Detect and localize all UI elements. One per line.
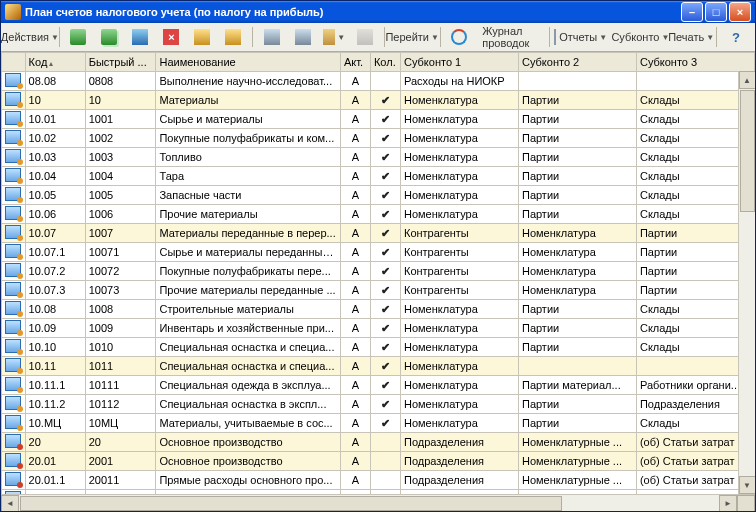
cell-s3[interactable]: (об) Статьи затрат bbox=[636, 471, 754, 490]
cell-bystry[interactable]: 1007 bbox=[85, 224, 156, 243]
scroll-down-button[interactable]: ▼ bbox=[739, 476, 756, 494]
cell-bystry[interactable]: 10 bbox=[85, 91, 156, 110]
cell-naim[interactable]: Основное производство bbox=[156, 452, 340, 471]
table-row[interactable]: 10.111011Специальная оснастка и специа..… bbox=[2, 357, 755, 376]
accounts-grid[interactable]: Код▴ Быстрый ... Наименование Акт. Кол. … bbox=[1, 52, 755, 494]
cell-s1[interactable]: Номенклатура bbox=[400, 186, 518, 205]
cell-naim[interactable]: Специальная оснастка в экспл... bbox=[156, 395, 340, 414]
table-row[interactable]: 10.051005Запасные частиА✔НоменклатураПар… bbox=[2, 186, 755, 205]
cell-s2[interactable]: Номенклатура bbox=[518, 243, 636, 262]
scroll-thumb[interactable] bbox=[20, 496, 562, 511]
cell-naim[interactable]: Специальная оснастка и специа... bbox=[156, 338, 340, 357]
cell-akt[interactable]: А bbox=[340, 452, 370, 471]
cell-s1[interactable]: Подразделения bbox=[400, 452, 518, 471]
filter-button[interactable] bbox=[257, 25, 287, 49]
cell-bystry[interactable]: 1003 bbox=[85, 148, 156, 167]
cell-s2[interactable]: Партии bbox=[518, 414, 636, 433]
cell-kod[interactable]: 20.01 bbox=[25, 452, 85, 471]
cell-s2[interactable]: Партии bbox=[518, 167, 636, 186]
cell-kod[interactable]: 10.08 bbox=[25, 300, 85, 319]
table-row[interactable]: 10.07.110071Сырье и материалы переданные… bbox=[2, 243, 755, 262]
reports-menu[interactable]: Отчеты▼ bbox=[554, 25, 608, 49]
scroll-thumb[interactable] bbox=[740, 90, 755, 212]
cell-s1[interactable]: Контрагенты bbox=[400, 281, 518, 300]
table-row[interactable]: 10.07.210072Покупные полуфабрикаты пере.… bbox=[2, 262, 755, 281]
cell-s2[interactable]: Партии bbox=[518, 205, 636, 224]
cell-s3[interactable]: Подразделения bbox=[636, 395, 754, 414]
cell-kol[interactable] bbox=[370, 452, 400, 471]
cell-naim[interactable]: Тара bbox=[156, 167, 340, 186]
cell-bystry[interactable]: 0808 bbox=[85, 72, 156, 91]
cell-s1[interactable]: Номенклатура bbox=[400, 167, 518, 186]
cell-bystry[interactable]: 1001 bbox=[85, 110, 156, 129]
cell-s3[interactable]: (об) Статьи затрат bbox=[636, 433, 754, 452]
cell-bystry[interactable]: 1010 bbox=[85, 338, 156, 357]
cell-bystry[interactable]: 10МЦ bbox=[85, 414, 156, 433]
cell-bystry[interactable]: 20011 bbox=[85, 471, 156, 490]
cell-s3[interactable] bbox=[636, 357, 754, 376]
cell-kod[interactable]: 10.11 bbox=[25, 357, 85, 376]
header-row[interactable]: Код▴ Быстрый ... Наименование Акт. Кол. … bbox=[2, 53, 755, 72]
cell-s2[interactable]: Партии bbox=[518, 110, 636, 129]
cell-akt[interactable]: А bbox=[340, 414, 370, 433]
cell-s3[interactable]: (об) Статьи затрат bbox=[636, 452, 754, 471]
table-row[interactable]: 10.091009Инвентарь и хозяйственные при..… bbox=[2, 319, 755, 338]
cell-kod[interactable]: 10.07.2 bbox=[25, 262, 85, 281]
actions-menu[interactable]: Действия▼ bbox=[5, 25, 55, 49]
col-s2[interactable]: Субконто 2 bbox=[518, 53, 636, 72]
cell-akt[interactable]: А bbox=[340, 433, 370, 452]
cell-bystry[interactable]: 1005 bbox=[85, 186, 156, 205]
cell-s3[interactable]: Склады bbox=[636, 167, 754, 186]
journal-button[interactable]: Журнал проводок bbox=[475, 25, 545, 49]
cell-kod[interactable]: 10 bbox=[25, 91, 85, 110]
cell-kod[interactable]: 10.09 bbox=[25, 319, 85, 338]
cell-kod[interactable]: 10.02 bbox=[25, 129, 85, 148]
table-row[interactable]: 20.012001Основное производствоАПодраздел… bbox=[2, 452, 755, 471]
cell-s2[interactable]: Партии bbox=[518, 395, 636, 414]
vertical-scrollbar[interactable]: ▲ ▼ bbox=[738, 71, 755, 494]
subkonto-menu[interactable]: Субконто▼ bbox=[609, 25, 669, 49]
cell-s1[interactable]: Номенклатура bbox=[400, 148, 518, 167]
cell-kod[interactable]: 10.07 bbox=[25, 224, 85, 243]
cell-bystry[interactable]: 10072 bbox=[85, 262, 156, 281]
cell-kol[interactable]: ✔ bbox=[370, 300, 400, 319]
table-row[interactable]: 1010МатериалыА✔НоменклатураПартииСклады bbox=[2, 91, 755, 110]
cell-s1[interactable]: Номенклатура bbox=[400, 414, 518, 433]
cell-s2[interactable]: Номенклатурные ... bbox=[518, 433, 636, 452]
hierarchy-button[interactable] bbox=[187, 25, 217, 49]
cell-kod[interactable]: 10.05 bbox=[25, 186, 85, 205]
cell-s3[interactable]: Склады bbox=[636, 148, 754, 167]
cell-s1[interactable]: Номенклатура bbox=[400, 338, 518, 357]
cell-kol[interactable]: ✔ bbox=[370, 148, 400, 167]
cell-kod[interactable]: 20 bbox=[25, 433, 85, 452]
cell-naim[interactable]: Покупные полуфабрикаты пере... bbox=[156, 262, 340, 281]
cell-s3[interactable]: Склады bbox=[636, 91, 754, 110]
cell-akt[interactable]: А bbox=[340, 72, 370, 91]
scroll-left-button[interactable]: ◄ bbox=[1, 495, 19, 512]
table-row[interactable]: 10.11.110111Специальная одежда в эксплуа… bbox=[2, 376, 755, 395]
col-icon[interactable] bbox=[2, 53, 26, 72]
cell-naim[interactable]: Материалы переданные в перер... bbox=[156, 224, 340, 243]
cell-s1[interactable]: Номенклатура bbox=[400, 91, 518, 110]
cell-bystry[interactable]: 1006 bbox=[85, 205, 156, 224]
cell-s3[interactable]: Склады bbox=[636, 414, 754, 433]
cell-s3[interactable] bbox=[636, 72, 754, 91]
table-row[interactable]: 10.07.310073Прочие материалы переданные … bbox=[2, 281, 755, 300]
maximize-button[interactable]: □ bbox=[705, 2, 727, 22]
cell-akt[interactable]: А bbox=[340, 300, 370, 319]
cell-s2[interactable]: Номенклатура bbox=[518, 281, 636, 300]
delete-button[interactable]: × bbox=[156, 25, 186, 49]
cell-kod[interactable]: 10.11.2 bbox=[25, 395, 85, 414]
cell-naim[interactable]: Сырье и материалы переданные... bbox=[156, 243, 340, 262]
cell-kol[interactable]: ✔ bbox=[370, 110, 400, 129]
cell-bystry[interactable]: 10112 bbox=[85, 395, 156, 414]
table-row[interactable]: 10.МЦ10МЦМатериалы, учитываемые в сос...… bbox=[2, 414, 755, 433]
add-copy-button[interactable] bbox=[94, 25, 124, 49]
cell-kod[interactable]: 10.01 bbox=[25, 110, 85, 129]
cell-s1[interactable]: Подразделения bbox=[400, 433, 518, 452]
cell-s2[interactable]: Партии bbox=[518, 186, 636, 205]
cell-akt[interactable]: А bbox=[340, 357, 370, 376]
cell-s1[interactable]: Номенклатура bbox=[400, 319, 518, 338]
cell-s3[interactable]: Работники органи... bbox=[636, 376, 754, 395]
cell-s1[interactable]: Контрагенты bbox=[400, 262, 518, 281]
